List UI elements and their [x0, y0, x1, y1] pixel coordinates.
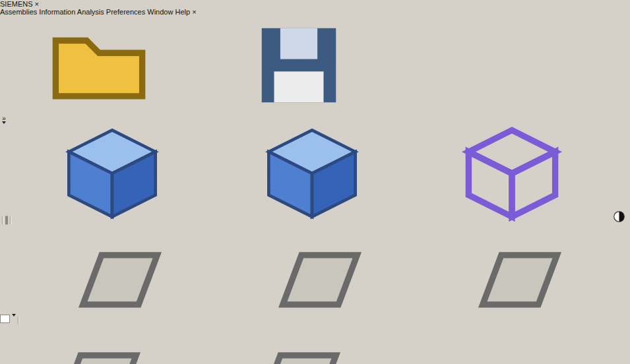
sheetmetal-flange-icon[interactable] [221, 224, 419, 323]
standard-toolbar: » » » » [0, 16, 630, 364]
menu-assemblies[interactable]: Assemblies [0, 8, 37, 16]
menubar: Assemblies Information Analysis Preferen… [0, 8, 630, 16]
app-titlebar: SIEMENS × [0, 0, 630, 8]
child-window-controls: × [192, 8, 196, 16]
menu-information[interactable]: Information [39, 8, 75, 16]
menu-window[interactable]: Window [147, 8, 173, 16]
sheetmetal-bend-icon[interactable] [421, 224, 619, 323]
nx-application-window: SIEMENS × Assemblies Information Analysi… [0, 0, 630, 364]
background-color-icon[interactable] [0, 317, 10, 324]
sheetmetal-corner-icon[interactable] [0, 324, 198, 364]
toolbar-overflow[interactable]: » [0, 116, 8, 124]
background-dropdown-arrow[interactable] [12, 314, 16, 324]
menu-analysis[interactable]: Analysis [77, 8, 104, 16]
save-icon[interactable] [200, 16, 398, 115]
sheetmetal-tab-icon[interactable] [21, 224, 219, 323]
menu-preferences[interactable]: Preferences [106, 8, 145, 16]
wireframe-view-icon[interactable] [413, 124, 611, 223]
shaded-edges-view-icon[interactable] [213, 124, 411, 223]
sheetmetal-blank-icon[interactable] [200, 324, 398, 364]
app-close-button[interactable]: × [35, 0, 39, 8]
repeat-command-icon[interactable] [7, 216, 8, 225]
open-icon[interactable] [0, 16, 198, 115]
shaded-view-icon[interactable] [13, 124, 211, 223]
child-close-button[interactable]: × [192, 8, 196, 16]
menu-help[interactable]: Help [175, 8, 190, 16]
siemens-logo: SIEMENS [0, 0, 33, 8]
rendering-style-icon[interactable] [613, 216, 625, 224]
